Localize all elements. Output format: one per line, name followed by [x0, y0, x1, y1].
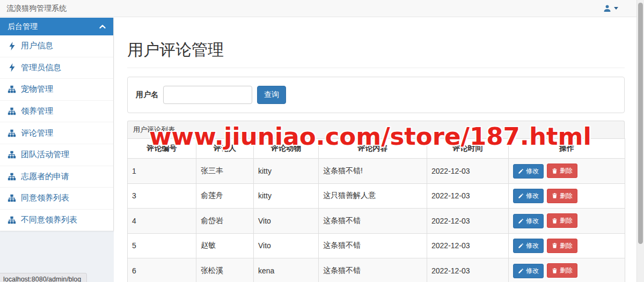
vertical-scrollbar[interactable]: [636, 0, 644, 282]
delete-button-label: 删除: [560, 266, 573, 275]
sidebar-item-label: 同意领养列表: [21, 193, 69, 203]
app-title: 流浪猫狗管理系统: [6, 4, 67, 13]
title-divider: [127, 68, 625, 68]
trash-icon: [552, 242, 558, 249]
sitemap-icon: [8, 194, 16, 202]
cell-comment-id: 5: [128, 233, 196, 258]
sidebar-item-label: 管理员信息: [21, 63, 61, 73]
sidebar-item-label: 评论管理: [21, 128, 53, 138]
cell-actions: 修改删除: [509, 159, 625, 184]
table-row: 6 张松溪 kena 这条猫不错 2022-12-03 修改删除: [128, 258, 625, 282]
cell-commenter: 张松溪: [196, 258, 254, 282]
col-header-actions: 操作: [509, 139, 625, 159]
edit-button-label: 修改: [526, 191, 539, 201]
edit-button[interactable]: 修改: [513, 239, 544, 253]
col-header-commenter: 评论人: [196, 139, 254, 159]
delete-button-label: 删除: [560, 191, 573, 201]
edit-button[interactable]: 修改: [513, 164, 544, 179]
delete-button[interactable]: 删除: [547, 213, 577, 228]
cell-actions: 修改删除: [509, 233, 625, 258]
sidebar-item-adopt-mgmt[interactable]: 领养管理: [0, 101, 113, 123]
edit-button[interactable]: 修改: [513, 214, 544, 228]
search-panel: 用户名 查询: [127, 77, 625, 113]
sitemap-icon: [8, 216, 16, 224]
edit-button[interactable]: 修改: [513, 189, 544, 203]
cell-actions: 修改删除: [509, 183, 625, 209]
cell-actions: 修改删除: [509, 258, 625, 282]
cell-time: 2022-12-03: [427, 183, 509, 209]
delete-button[interactable]: 删除: [547, 239, 577, 253]
cell-content: 这条猫不错!: [319, 159, 427, 184]
cell-commenter: 俞莲舟: [196, 183, 254, 209]
trash-icon: [552, 218, 558, 224]
main-content: 用户评论管理 用户名 查询 用户评论列表 评论编号 评论人 评论动物 评论内容 …: [127, 18, 625, 282]
sidebar-item-label: 不同意领养列表: [21, 215, 77, 225]
sidebar-item-label: 宠物管理: [21, 84, 53, 94]
edit-button-label: 修改: [526, 167, 539, 176]
scrollbar-thumb[interactable]: [638, 3, 643, 244]
cell-content: 这条猫不错: [319, 258, 427, 282]
user-icon: [603, 4, 611, 12]
cell-commenter: 俞岱岩: [196, 209, 254, 234]
bolt-icon: [8, 42, 16, 50]
sidebar-item-rejected-adoption[interactable]: 不同意领养列表: [0, 210, 113, 232]
left-column: 后台管理 用户信息 管理员信息 宠物管理 领养管理 评论管理 团队活动管理: [0, 18, 114, 282]
sidebar-item-comment-mgmt[interactable]: 评论管理: [0, 122, 113, 144]
sidebar-item-admin-info[interactable]: 管理员信息: [0, 57, 113, 79]
sidebar-item-volunteer-apply[interactable]: 志愿者的申请: [0, 166, 113, 188]
table-row: 5 赵敏 Vito 这条猫不错 2022-12-03 修改删除: [128, 233, 625, 258]
table-header-row: 评论编号 评论人 评论动物 评论内容 评论时间 操作: [128, 139, 625, 159]
table-row: 3 俞莲舟 kitty 这只猫善解人意 2022-12-03 修改删除: [128, 183, 625, 209]
delete-button[interactable]: 删除: [547, 189, 577, 203]
col-header-time: 评论时间: [427, 139, 509, 159]
cell-animal: kitty: [254, 159, 319, 184]
pencil-icon: [518, 218, 524, 224]
panel-heading: 用户评论列表: [127, 121, 625, 138]
pencil-icon: [518, 168, 524, 174]
cell-time: 2022-12-03: [427, 258, 509, 282]
trash-icon: [552, 192, 558, 199]
cell-content: 这条猫不错: [319, 233, 427, 258]
col-header-animal: 评论动物: [254, 139, 319, 159]
user-menu[interactable]: [603, 4, 618, 12]
caret-down-icon: [614, 7, 618, 10]
edit-button-label: 修改: [526, 241, 539, 250]
trash-icon: [552, 168, 558, 174]
cell-animal: Vito: [254, 233, 319, 258]
sidebar-item-pet-mgmt[interactable]: 宠物管理: [0, 79, 113, 101]
sitemap-icon: [8, 85, 16, 93]
edit-button-label: 修改: [526, 217, 539, 226]
sidebar-header-label: 后台管理: [8, 18, 38, 35]
sidebar-header-backend[interactable]: 后台管理: [0, 18, 113, 35]
cell-animal: Vito: [254, 209, 319, 234]
cell-content: 这只猫善解人意: [319, 183, 427, 209]
cell-comment-id: 4: [128, 209, 196, 234]
sitemap-icon: [8, 151, 16, 159]
col-header-comment-id: 评论编号: [128, 139, 196, 159]
page-title: 用户评论管理: [127, 39, 625, 61]
query-button[interactable]: 查询: [257, 86, 286, 104]
delete-button[interactable]: 删除: [547, 164, 577, 178]
trash-icon: [552, 268, 558, 274]
pencil-icon: [518, 193, 524, 199]
sidebar-menu: 后台管理 用户信息 管理员信息 宠物管理 领养管理 评论管理 团队活动管理: [0, 18, 114, 231]
table-row: 1 张三丰 kitty 这条猫不错! 2022-12-03 修改删除: [128, 159, 625, 184]
edit-button-label: 修改: [526, 266, 539, 276]
username-input[interactable]: [163, 86, 252, 104]
delete-button-label: 删除: [560, 241, 573, 250]
comments-table: 评论编号 评论人 评论动物 评论内容 评论时间 操作 1 张三丰 kitty 这…: [127, 138, 625, 282]
col-header-content: 评论内容: [319, 139, 427, 159]
sidebar-item-team-activity[interactable]: 团队活动管理: [0, 144, 113, 166]
pencil-icon: [518, 268, 524, 274]
cell-animal: kena: [254, 258, 319, 282]
username-label: 用户名: [136, 90, 158, 100]
cell-content: 这条猫不错: [319, 209, 427, 234]
chevron-up-icon: [99, 25, 106, 29]
cell-animal: kitty: [254, 183, 319, 209]
edit-button[interactable]: 修改: [513, 264, 544, 278]
bolt-icon: [8, 63, 16, 72]
sidebar-item-approved-adoption[interactable]: 同意领养列表: [0, 188, 113, 210]
sidebar-item-user-info[interactable]: 用户信息: [0, 35, 113, 57]
sitemap-icon: [8, 129, 16, 137]
delete-button[interactable]: 删除: [547, 263, 577, 278]
